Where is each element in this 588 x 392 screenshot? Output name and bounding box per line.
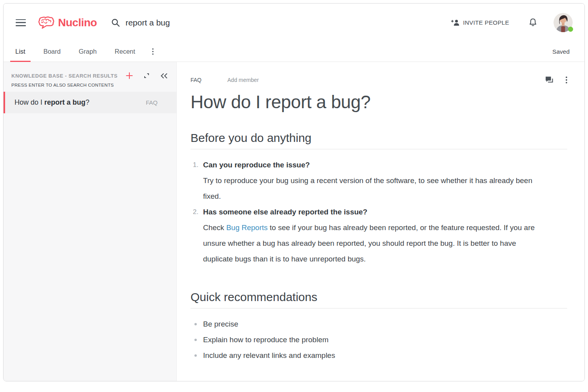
tab-graph[interactable]: Graph [74, 42, 102, 62]
brand-name: Nuclino [58, 16, 97, 29]
document-pane: FAQ Add member [177, 62, 584, 381]
invite-people-button[interactable]: INVITE PEOPLE [451, 19, 509, 26]
tab-recent[interactable]: Recent [110, 42, 140, 62]
screenshot-canvas: Nuclino report a bug [0, 0, 588, 392]
bullet-item[interactable]: Include any relevant links and examples [191, 348, 567, 363]
add-member-button[interactable]: Add member [227, 77, 259, 83]
list-item-title: Can you reproduce the issue? [203, 157, 543, 173]
list-item-number: 2. [193, 204, 198, 220]
saved-status-label: Saved [552, 48, 570, 55]
section-heading[interactable]: Quick recommendations [191, 290, 567, 309]
bug-reports-link[interactable]: Bug Reports [226, 223, 268, 232]
search-contents-hint: PRESS ENTER TO ALSO SEARCH CONTENTS [11, 83, 168, 87]
add-item-plus-icon[interactable] [126, 72, 133, 79]
sidebar-title: KNOWLEDGE BASE - SEARCH RESULTS [11, 73, 118, 79]
comments-icon[interactable] [545, 76, 554, 83]
search-result-item[interactable]: How do I report a bug? FAQ [4, 92, 176, 113]
nuclino-logo[interactable]: Nuclino [38, 16, 97, 30]
result-item-title: How do I report a bug? [15, 98, 89, 107]
user-avatar[interactable] [554, 13, 573, 32]
sidebar-header: KNOWLEDGE BASE - SEARCH RESULTS [4, 72, 176, 87]
list-item-number: 1. [193, 157, 198, 173]
list-item[interactable]: 1. Can you reproduce the issue? Try to r… [191, 157, 543, 204]
search-box[interactable]: report a bug [111, 18, 170, 27]
invite-people-label: INVITE PEOPLE [463, 19, 509, 26]
workspace: KNOWLEDGE BASE - SEARCH RESULTS [4, 62, 584, 381]
nuclino-brain-icon [38, 16, 54, 30]
notifications-bell-icon[interactable] [529, 18, 537, 27]
top-bar-right: INVITE PEOPLE [451, 13, 573, 32]
bullet-item[interactable]: Explain how to reproduce the problem [191, 332, 567, 348]
top-bar: Nuclino report a bug [4, 4, 584, 42]
list-item-title: Has someone else already reported the is… [203, 204, 543, 220]
expand-icon[interactable] [143, 73, 150, 79]
bullet-item[interactable]: Be precise [191, 316, 567, 332]
person-add-icon [451, 19, 460, 26]
collapse-sidebar-chevrons-icon[interactable] [160, 73, 168, 79]
section-quick-recommendations: Quick recommendations Be precise Explain… [191, 290, 567, 363]
document-header: FAQ Add member [191, 76, 567, 83]
nuclino-app-window: Nuclino report a bug [3, 3, 585, 381]
search-input[interactable]: report a bug [125, 18, 170, 27]
sidebar-search-results: KNOWLEDGE BASE - SEARCH RESULTS [4, 62, 177, 381]
document-header-icons [545, 76, 567, 83]
tab-list[interactable]: List [10, 42, 31, 62]
bullet-list: Be precise Explain how to reproduce the … [191, 316, 567, 363]
tab-board[interactable]: Board [38, 42, 66, 62]
document-title[interactable]: How do I report a bug? [191, 91, 567, 113]
result-item-cluster-tag: FAQ [146, 99, 158, 106]
search-icon [111, 18, 120, 27]
view-tabs-bar: List Board Graph Recent Saved [4, 42, 584, 62]
list-item-body: Check Bug Reports to see if your bug has… [203, 220, 543, 267]
hamburger-menu-icon[interactable] [16, 19, 26, 26]
tabs-overflow-kebab-icon[interactable] [148, 42, 158, 62]
list-item-body: Try to reproduce your bug using a recent… [203, 173, 543, 204]
breadcrumb-cluster[interactable]: FAQ [191, 77, 201, 83]
sidebar-actions [126, 72, 168, 79]
result-match-highlight: report a bug [44, 98, 85, 106]
numbered-list: 1. Can you reproduce the issue? Try to r… [191, 157, 543, 267]
list-item[interactable]: 2. Has someone else already reported the… [191, 204, 543, 267]
online-status-dot [568, 27, 573, 32]
section-heading[interactable]: Before you do anything [191, 131, 567, 149]
document-kebab-menu-icon[interactable] [566, 76, 567, 83]
section-before-you-do-anything: Before you do anything 1. Can you reprod… [191, 131, 567, 267]
